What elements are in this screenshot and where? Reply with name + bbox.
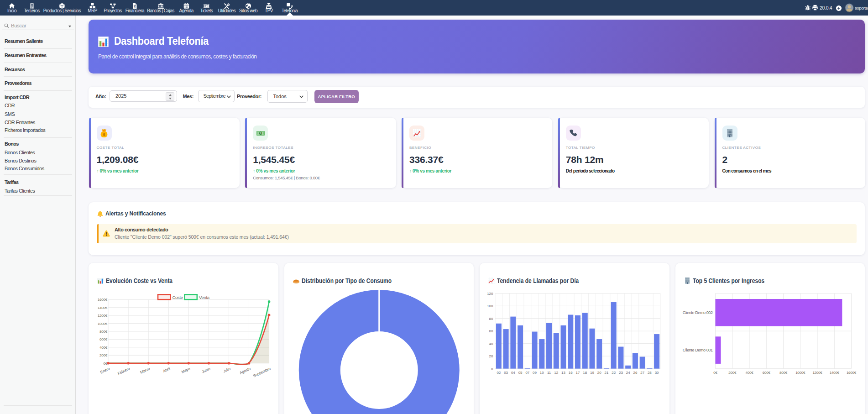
- svg-text:13: 13: [561, 371, 565, 375]
- svg-text:07: 07: [525, 371, 529, 375]
- svg-text:Marzo: Marzo: [139, 366, 151, 375]
- svg-text:400€: 400€: [745, 371, 753, 375]
- svg-text:100: 100: [487, 304, 493, 308]
- svg-text:1000€: 1000€: [795, 371, 805, 375]
- svg-text:Cliente Demo 001: Cliente Demo 001: [682, 348, 712, 352]
- svg-text:600€: 600€: [99, 337, 108, 341]
- svg-text:30: 30: [655, 371, 659, 375]
- svg-text:05: 05: [518, 371, 523, 375]
- svg-text:17: 17: [576, 371, 580, 375]
- svg-text:60: 60: [489, 329, 493, 333]
- svg-text:Febrero: Febrero: [117, 366, 131, 376]
- svg-text:Cliente Demo 002: Cliente Demo 002: [682, 310, 712, 315]
- svg-text:80: 80: [489, 317, 493, 321]
- svg-text:Enero: Enero: [99, 366, 110, 374]
- svg-text:20: 20: [489, 354, 493, 358]
- svg-text:600€: 600€: [762, 371, 770, 375]
- svg-text:Coste: Coste: [173, 295, 183, 300]
- svg-text:800€: 800€: [99, 330, 108, 334]
- svg-text:23: 23: [619, 371, 623, 375]
- svg-text:1600€: 1600€: [846, 371, 856, 375]
- svg-text:1000€: 1000€: [98, 322, 108, 326]
- svg-text:11: 11: [547, 371, 551, 375]
- svg-text:$: $: [103, 132, 105, 136]
- svg-text:400€: 400€: [99, 346, 108, 350]
- svg-text:02: 02: [497, 371, 501, 375]
- svg-text:1200€: 1200€: [98, 314, 108, 318]
- svg-text:20: 20: [597, 371, 601, 375]
- svg-text:1400€: 1400€: [98, 306, 108, 310]
- svg-text:Junio: Junio: [201, 366, 211, 374]
- svg-text:22: 22: [612, 371, 616, 375]
- svg-text:1200€: 1200€: [812, 371, 822, 375]
- svg-text:04: 04: [511, 371, 515, 375]
- svg-text:19: 19: [590, 371, 594, 375]
- svg-text:Abril: Abril: [162, 366, 171, 373]
- svg-text:26: 26: [633, 371, 637, 375]
- svg-text:12: 12: [554, 371, 558, 375]
- svg-text:Agosto: Agosto: [239, 366, 251, 375]
- svg-text:800€: 800€: [779, 371, 788, 375]
- svg-text:Julio: Julio: [222, 366, 231, 373]
- svg-text:0€: 0€: [713, 371, 717, 375]
- svg-text:1600€: 1600€: [98, 298, 108, 302]
- svg-text:09: 09: [533, 371, 537, 375]
- svg-text:18: 18: [583, 371, 587, 375]
- svg-text:28: 28: [648, 371, 652, 375]
- svg-text:0: 0: [491, 367, 493, 371]
- svg-text:120: 120: [487, 292, 493, 296]
- svg-text:40: 40: [489, 342, 493, 346]
- svg-text:03: 03: [504, 371, 508, 375]
- svg-text:10: 10: [540, 371, 544, 375]
- svg-text:24: 24: [626, 371, 630, 375]
- svg-text:Septiembre: Septiembre: [252, 366, 272, 378]
- svg-text:200€: 200€: [99, 353, 108, 357]
- svg-text:27: 27: [640, 371, 644, 375]
- svg-text:Mayo: Mayo: [181, 366, 191, 374]
- svg-text:1400€: 1400€: [829, 371, 839, 375]
- svg-text:200€: 200€: [728, 371, 737, 375]
- svg-text:Venta: Venta: [199, 295, 210, 300]
- svg-text:16: 16: [569, 371, 573, 375]
- svg-text:21: 21: [605, 371, 609, 375]
